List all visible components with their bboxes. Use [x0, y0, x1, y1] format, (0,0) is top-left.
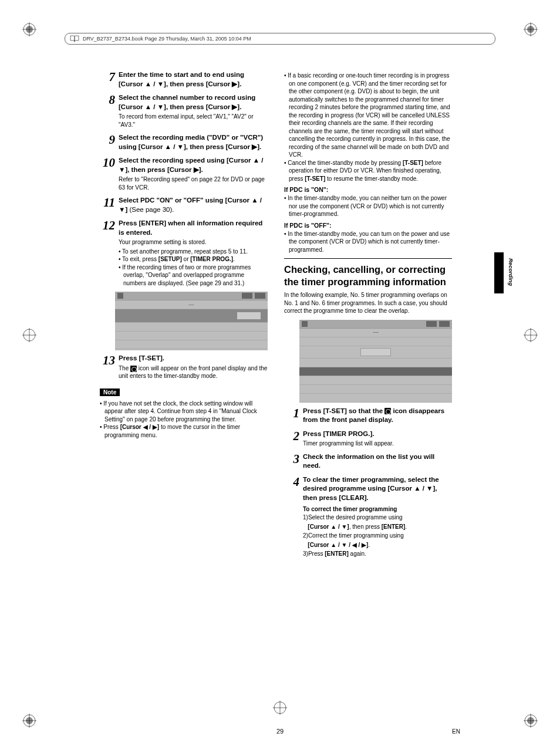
step-number: 9: [100, 133, 119, 151]
r-step-1: 1 Press [T-SET] so that the icon disappe…: [284, 407, 452, 425]
step-11: 11 Select PDC "ON" or "OFF" using [Curso…: [100, 196, 268, 214]
right-column: If a basic recording or one-touch timer …: [284, 70, 452, 563]
step-title: To clear the timer programming, select t…: [303, 475, 452, 503]
r-step-4: 4 To clear the timer programming, select…: [284, 475, 452, 558]
step-subtext: Your programme setting is stored.: [119, 238, 268, 246]
step-number: 10: [100, 156, 119, 191]
step-subtext: Timer programming list will appear.: [303, 440, 452, 448]
step-title: Press [ENTER] when all information requi…: [119, 219, 268, 237]
pdc-off-bullets: In the timer-standby mode, you can turn …: [284, 230, 452, 254]
step-bullets: To set another programme, repeat steps 5…: [119, 248, 268, 288]
page-language: EN: [452, 728, 460, 735]
step-10: 10 Select the recording speed using [Cur…: [100, 156, 268, 191]
r-step-2: 2 Press [TIMER PROG.]. Timer programming…: [284, 430, 452, 448]
clock-icon: [130, 366, 137, 372]
bullet-item: If you have not set the clock, the clock…: [100, 400, 268, 424]
sub-line: [Cursor ▲ / ▼], then press [ENTER].: [303, 523, 452, 531]
bullet-item: To exit, press [SETUP] or [TIMER PROG.].: [119, 255, 268, 263]
book-icon: [70, 35, 79, 42]
r-step-3: 3 Check the information on the list you …: [284, 452, 452, 471]
sub-line: [Cursor ▲ / ▼ / ◀ / ▶].: [303, 541, 452, 549]
header-text: DRV_B2737_B2734.book Page 29 Thursday, M…: [83, 36, 251, 42]
bullet-item: Cancel the timer-standby mode by pressin…: [284, 159, 452, 183]
step-number: 2: [284, 430, 303, 448]
step-title: Select PDC "ON" or "OFF" using [Cursor ▲…: [119, 196, 268, 214]
reg-mark-icon: [22, 328, 36, 342]
step-13: 13 Press [T-SET]. The icon will appear o…: [100, 354, 268, 380]
step-title: Press [T-SET].: [119, 354, 268, 363]
ui-screenshot-2: —: [299, 320, 452, 402]
section-intro: In the following example, No. 5 timer pr…: [284, 291, 452, 315]
section-heading: Checking, cancelling, or correcting the …: [284, 263, 452, 288]
step-number: 8: [100, 93, 119, 129]
step-title: Press [T-SET] so that the icon disappear…: [303, 407, 452, 425]
section-tab-label: Recording: [508, 258, 514, 286]
note-bullets: If you have not set the clock, the clock…: [100, 400, 268, 440]
bullet-item: In the timer-standby mode, you can neith…: [284, 194, 452, 218]
pdc-on-bullets: In the timer-standby mode, you can neith…: [284, 194, 452, 218]
clock-icon: [384, 408, 391, 414]
step-9: 9 Select the recording media ("DVD" or "…: [100, 133, 268, 151]
left-column: 7 Enter the time to start and to end usi…: [100, 70, 268, 563]
step-number: 3: [284, 452, 303, 471]
reg-mark-icon: [524, 328, 538, 342]
step-number: 7: [100, 70, 119, 89]
step-number: 11: [100, 196, 119, 214]
section-tab: [494, 252, 504, 293]
bullet-item: If the recording times of two or more pr…: [119, 263, 268, 288]
sub-line: 3)Press [ENTER] again.: [303, 550, 452, 558]
reg-mark-icon: [273, 701, 287, 715]
step-title: Select the recording speed using [Cursor…: [119, 156, 268, 174]
step-title: Select the channel number to record usin…: [119, 93, 268, 112]
step-subtext: The icon will appear on the front panel …: [119, 364, 268, 380]
step-7: 7 Enter the time to start and to end usi…: [100, 70, 268, 89]
pdc-off-label: If PDC is "OFF":: [284, 222, 452, 229]
step-title: Check the information on the list you wi…: [303, 452, 452, 471]
step-number: 1: [284, 407, 303, 425]
reg-mark-icon: [22, 22, 36, 36]
step-title: Select the recording media ("DVD" or "VC…: [119, 133, 268, 151]
step-subtext: To record from external input, select "A…: [119, 113, 268, 129]
bullet-item: In the timer-standby mode, you can turn …: [284, 230, 452, 254]
bullet-item: To set another programme, repeat steps 5…: [119, 248, 268, 256]
sub-line: 1)Select the desired programme using: [303, 513, 452, 522]
reg-mark-icon: [22, 714, 36, 728]
sub-line: 2)Correct the timer programming using: [303, 532, 452, 540]
reg-mark-icon: [524, 22, 538, 36]
content-area: 7 Enter the time to start and to end usi…: [100, 70, 452, 563]
step-number: 12: [100, 219, 119, 287]
divider: [284, 258, 452, 259]
top-bullets: If a basic recording or one-touch timer …: [284, 72, 452, 183]
step-title: Press [TIMER PROG.].: [303, 430, 452, 439]
manual-page: DRV_B2737_B2734.book Page 29 Thursday, M…: [0, 0, 560, 750]
ui-screenshot-1: —: [115, 292, 268, 350]
step-8: 8 Select the channel number to record us…: [100, 93, 268, 129]
sub-heading: To correct the timer programming: [303, 506, 452, 512]
pdc-on-label: If PDC is "ON":: [284, 186, 452, 193]
step-title: Enter the time to start and to end using…: [119, 70, 268, 89]
reg-mark-icon: [524, 714, 538, 728]
bullet-item: If a basic recording or one-touch timer …: [284, 72, 452, 159]
note-label: Note: [100, 388, 120, 396]
bullet-item: Press [Cursor ◀ / ▶] to move the cursor …: [100, 423, 268, 439]
document-header: DRV_B2737_B2734.book Page 29 Thursday, M…: [65, 33, 495, 45]
step-number: 13: [100, 354, 119, 380]
page-number: 29: [276, 728, 284, 735]
step-subtext: Refer to "Recording speed" on page 22 fo…: [119, 175, 268, 191]
step-12: 12 Press [ENTER] when all information re…: [100, 219, 268, 287]
step-number: 4: [284, 475, 303, 558]
